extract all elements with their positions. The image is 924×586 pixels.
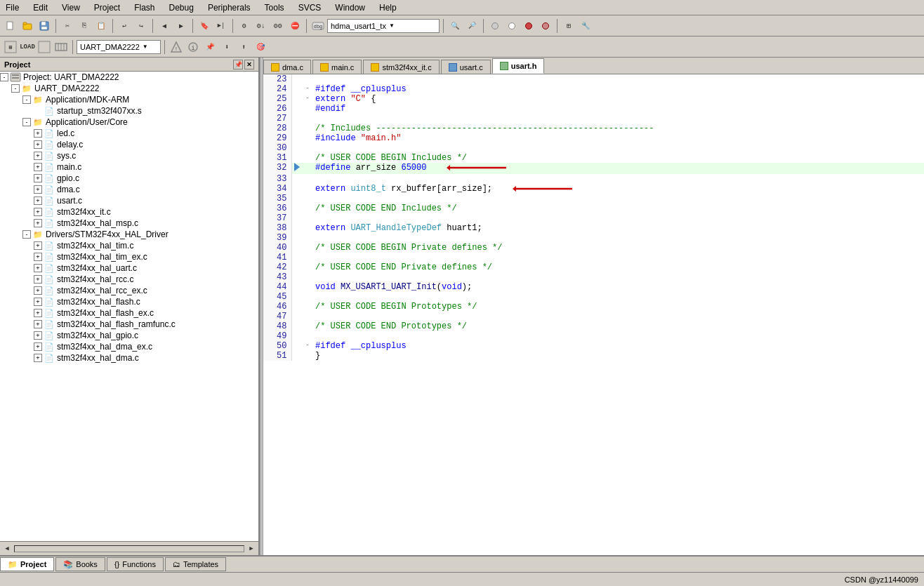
load-button[interactable]: LOAD [20, 39, 35, 55]
code-text[interactable] [312, 292, 924, 302]
file-toggle[interactable]: + [34, 275, 42, 284]
fold-indicator[interactable] [303, 272, 312, 282]
tree-item[interactable]: +📄dma.c [0, 184, 258, 195]
file-toggle[interactable]: + [34, 264, 42, 272]
code-text[interactable]: #ifdef __cplusplus [312, 341, 924, 351]
code-text[interactable]: extern UART_HandleTypeDef huart1; [312, 223, 924, 233]
panel-close-button[interactable]: ✕ [244, 60, 254, 69]
menu-window[interactable]: Window [332, 2, 368, 13]
folder-toggle[interactable]: - [22, 95, 31, 104]
folder-toggle[interactable]: - [22, 118, 31, 126]
menu-view[interactable]: View [59, 2, 83, 13]
file-toggle[interactable]: + [34, 197, 42, 205]
fold-indicator[interactable]: - [303, 341, 312, 351]
search-button[interactable]: 🔍 [447, 18, 463, 34]
tree-item[interactable]: +📄stm32f4xx_hal_flash.c [0, 296, 258, 307]
fold-indicator[interactable] [303, 312, 312, 321]
fold-indicator[interactable] [303, 124, 312, 133]
fold-indicator[interactable] [303, 204, 312, 213]
menu-svcs[interactable]: SVCS [296, 2, 324, 13]
tab-main[interactable]: main.c [312, 60, 362, 74]
fold-indicator[interactable] [303, 331, 312, 341]
file-toggle[interactable]: + [34, 185, 42, 194]
scroll-left-button[interactable]: ◀ [1, 543, 13, 554]
tree-item[interactable]: +📄stm32f4xx_hal_msp.c [0, 218, 258, 229]
tree-item[interactable]: +📄stm32f4xx_hal_uart.c [0, 262, 258, 274]
folder-toggle[interactable]: - [11, 84, 20, 93]
nav-back-button[interactable]: ◀ [157, 18, 172, 34]
fold-indicator[interactable] [303, 233, 312, 243]
tab-stm32it[interactable]: stm32f4xx_it.c [363, 60, 439, 74]
tree-item[interactable]: +📄stm32f4xx_hal_dma_ex.c [0, 341, 258, 352]
tab-usart[interactable]: usart.c [441, 60, 491, 74]
tree-item[interactable]: +📄usart.c [0, 195, 258, 206]
menu-help[interactable]: Help [376, 2, 400, 13]
tree-item[interactable]: +📄stm32f4xx_hal_rcc.c [0, 274, 258, 285]
fold-indicator[interactable] [303, 114, 312, 124]
bottom-tab-templates[interactable]: 🗂 Templates [165, 557, 226, 571]
fold-indicator[interactable] [303, 282, 312, 292]
build3-button2[interactable]: ⊞ [3, 39, 18, 55]
code-text[interactable]: /* Includes ----------------------------… [312, 124, 924, 133]
file-toggle[interactable]: + [34, 320, 42, 328]
scroll-right-button[interactable]: ▶ [246, 543, 257, 554]
tree-item[interactable]: +📄stm32f4xx_hal_dma.c [0, 352, 258, 364]
file-toggle[interactable]: + [34, 354, 42, 362]
debug-select-button[interactable]: dbg [310, 18, 326, 34]
code-text[interactable] [312, 312, 924, 321]
file-toggle[interactable]: + [34, 152, 42, 160]
fold-indicator[interactable] [303, 253, 312, 262]
code-text[interactable]: /* USER CODE END Includes */ [312, 204, 924, 213]
fold-indicator[interactable] [303, 223, 312, 233]
target-dropdown[interactable]: hdma_usart1_tx ▼ [327, 19, 440, 33]
menu-edit[interactable]: Edit [30, 2, 51, 13]
nav-fwd-button[interactable]: ▶ [173, 18, 189, 34]
file-toggle[interactable]: + [34, 331, 42, 340]
cut-button[interactable]: ✂ [60, 18, 75, 34]
panel-pin-button[interactable]: 📌 [233, 60, 243, 69]
file-toggle[interactable]: + [34, 309, 42, 317]
tree-item[interactable]: -Project: UART_DMA2222 [0, 72, 258, 83]
file-toggle[interactable]: + [34, 219, 42, 227]
code-text[interactable] [312, 213, 924, 223]
build2-button[interactable]: ⚙↓ [253, 18, 269, 34]
fold-indicator[interactable] [303, 194, 312, 204]
fold-indicator[interactable] [303, 143, 312, 153]
tab-usarth[interactable]: usart.h [492, 58, 545, 74]
folder-toggle[interactable]: - [22, 230, 31, 239]
wizard-button[interactable]: ! [169, 39, 184, 55]
file-toggle[interactable]: + [34, 286, 42, 295]
code-text[interactable] [312, 233, 924, 243]
file-toggle[interactable]: + [34, 208, 42, 216]
open-file-button[interactable] [20, 18, 35, 34]
upload-button[interactable]: ⬆ [236, 39, 251, 55]
code-text[interactable]: /* USER CODE END Private defines */ [312, 262, 924, 272]
file-toggle[interactable]: + [34, 129, 42, 138]
fold-indicator[interactable] [303, 351, 312, 361]
bottom-tab-functions[interactable]: {} Functions [107, 557, 164, 571]
grid-button[interactable]: ⊞ [561, 18, 576, 34]
options-button[interactable]: i [185, 39, 201, 55]
code-text[interactable]: /* USER CODE END Prototypes */ [312, 321, 924, 331]
code-text[interactable]: #include "main.h" [312, 133, 924, 143]
menu-flash[interactable]: Flash [131, 2, 157, 13]
tree-item[interactable]: +📄led.c [0, 128, 258, 139]
code-text[interactable] [312, 331, 924, 341]
code-text[interactable]: extern "C" { [312, 94, 924, 104]
circle2-button[interactable] [504, 18, 520, 34]
circle1-button[interactable] [487, 18, 503, 34]
paste-button[interactable]: 📋 [93, 18, 109, 34]
bottom-tab-project[interactable]: 📁 Project [0, 557, 54, 571]
fold-indicator[interactable] [303, 321, 312, 331]
code-text[interactable]: #define arr_size 65000 [312, 163, 924, 174]
bookmark-button[interactable]: 🔖 [197, 18, 212, 34]
menu-tools[interactable]: Tools [262, 2, 287, 13]
menu-debug[interactable]: Debug [166, 2, 197, 13]
code-text[interactable]: #ifdef __cplusplus [312, 84, 924, 94]
menu-file[interactable]: File [3, 2, 22, 13]
bottom-tab-books[interactable]: 📚 Books [55, 557, 105, 571]
target-button[interactable]: 🎯 [253, 39, 268, 55]
code-text[interactable] [312, 74, 924, 84]
save-button[interactable] [37, 18, 52, 34]
code-text[interactable]: /* USER CODE BEGIN Includes */ [312, 153, 924, 163]
